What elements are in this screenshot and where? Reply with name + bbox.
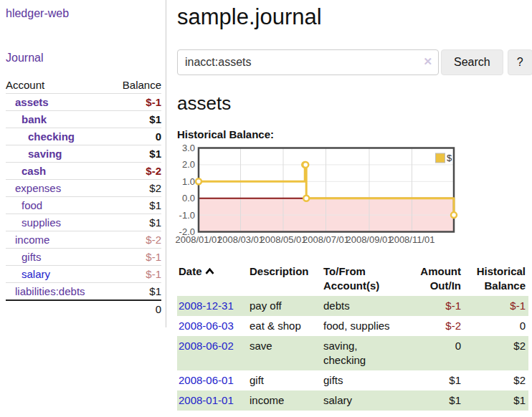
svg-text:2008/09/01: 2008/09/01 xyxy=(346,234,392,245)
register-balance: $1 xyxy=(464,390,528,411)
svg-text:2008/01/01: 2008/01/01 xyxy=(175,234,222,245)
account-link[interactable]: income xyxy=(6,234,49,246)
register-description: pay off xyxy=(248,296,322,316)
register-date: 2008-06-02 xyxy=(177,336,248,370)
register-date: 2008-01-01 xyxy=(177,390,248,411)
account-link[interactable]: assets xyxy=(6,96,49,108)
account-balance: $-1 xyxy=(110,266,161,283)
register-date: 2008-06-03 xyxy=(177,316,248,336)
account-link[interactable]: gifts xyxy=(6,251,42,263)
account-cell: assets xyxy=(6,94,110,111)
register-header-accounts: To/From Account(s) xyxy=(322,263,402,296)
help-button[interactable]: ? xyxy=(508,49,532,75)
account-link[interactable]: cash xyxy=(6,165,46,177)
register-description: gift xyxy=(248,370,322,390)
accounts-total-row: 0 xyxy=(6,300,161,317)
account-row: gifts$-1 xyxy=(6,249,161,266)
account-cell: checking xyxy=(6,128,110,145)
account-link[interactable]: liabilities:debts xyxy=(6,285,85,297)
search-bar: ✕ Search ? xyxy=(177,49,532,75)
account-balance: $-2 xyxy=(110,163,161,180)
register-accounts: gifts xyxy=(322,370,402,390)
account-row: food$1 xyxy=(6,197,161,214)
register-header-date[interactable]: Date xyxy=(177,263,248,296)
accounts-table: Account Balance assets$-1bank$1checking0… xyxy=(6,77,161,317)
account-row: supplies$1 xyxy=(6,214,161,231)
register-accounts: food, supplies xyxy=(322,316,402,336)
search-box: ✕ xyxy=(177,49,439,75)
account-row: assets$-1 xyxy=(6,94,161,111)
register-row: 2008-06-03eat & shopfood, supplies$-20 xyxy=(177,316,528,336)
sort-ascending-icon xyxy=(205,268,214,274)
accounts-total-value: 0 xyxy=(110,300,161,317)
account-row: checking0 xyxy=(6,128,161,145)
account-row: liabilities:debts$1 xyxy=(6,283,161,301)
register-description: income xyxy=(248,390,322,411)
register-accounts: debts xyxy=(322,296,402,316)
register-header-date-label: Date xyxy=(179,265,202,277)
search-input[interactable] xyxy=(177,49,439,75)
svg-text:0.0: 0.0 xyxy=(182,193,195,203)
register-row: 2008-06-01giftgifts$1$2 xyxy=(177,370,528,390)
account-link[interactable]: checking xyxy=(6,130,75,143)
search-button[interactable]: Search xyxy=(441,49,503,75)
register-header-description: Description xyxy=(248,263,322,296)
register-header-row: Date Description To/From Account(s) Amou… xyxy=(177,263,528,296)
historical-balance-chart: $3.02.01.00.0-1.0-2.02008/01/012008/03/0… xyxy=(177,147,532,249)
account-balance: $1 xyxy=(110,197,161,214)
account-cell: gifts xyxy=(6,249,110,266)
register-date-link[interactable]: 2008-06-01 xyxy=(179,374,234,386)
register-amount: $-2 xyxy=(402,316,464,336)
register-date: 2008-12-31 xyxy=(177,296,248,316)
account-cell: bank xyxy=(6,111,110,128)
sidebar: hledger-web Journal Account Balance asse… xyxy=(0,0,166,327)
account-cell: liabilities:debts xyxy=(6,283,110,301)
account-link[interactable]: saving xyxy=(6,148,62,160)
register-date-link[interactable]: 2008-12-31 xyxy=(179,299,234,312)
register-balance: 0 xyxy=(464,316,528,336)
accounts-header-row: Account Balance xyxy=(6,77,161,94)
account-cell: food xyxy=(6,197,110,214)
register-accounts: salary xyxy=(322,390,402,411)
account-balance: 0 xyxy=(110,128,161,145)
register-balance: $2 xyxy=(464,370,528,390)
svg-text:2008/05/01: 2008/05/01 xyxy=(260,234,306,245)
register-amount: $1 xyxy=(402,390,464,411)
register-date-link[interactable]: 2008-06-02 xyxy=(179,340,234,352)
register-description: eat & shop xyxy=(248,316,322,336)
app-title-link[interactable]: hledger-web xyxy=(6,7,69,19)
register-row: 2008-06-02savesaving, checking0$2 xyxy=(177,336,528,370)
register-balance: $2 xyxy=(464,336,528,370)
journal-link[interactable]: Journal xyxy=(6,52,43,64)
accounts-total-spacer xyxy=(6,300,110,317)
clear-search-icon[interactable]: ✕ xyxy=(423,55,432,68)
register-amount: $-1 xyxy=(402,296,464,316)
account-balance: $-1 xyxy=(110,249,161,266)
account-link[interactable]: bank xyxy=(6,113,47,125)
register-balance: $-1 xyxy=(464,296,528,316)
register-header-balance: Historical Balance xyxy=(464,263,528,296)
account-link[interactable]: salary xyxy=(6,268,50,280)
account-row: bank$1 xyxy=(6,111,161,128)
account-balance: $1 xyxy=(110,283,161,301)
register-amount: $1 xyxy=(402,370,464,390)
account-link[interactable]: expenses xyxy=(6,182,61,194)
accounts-header-account: Account xyxy=(6,77,110,94)
register-date-link[interactable]: 2008-01-01 xyxy=(179,394,234,406)
svg-text:2008/07/01: 2008/07/01 xyxy=(303,234,349,245)
account-balance: $-1 xyxy=(110,94,161,111)
register-amount: 0 xyxy=(402,336,464,370)
svg-text:2008/11/01: 2008/11/01 xyxy=(389,234,434,245)
account-row: saving$1 xyxy=(6,145,161,163)
account-link[interactable]: supplies xyxy=(6,216,61,229)
chart-title: Historical Balance: xyxy=(177,128,532,140)
register-row: 2008-12-31pay offdebts$-1$-1 xyxy=(177,296,528,316)
account-balance: $1 xyxy=(110,145,161,163)
svg-text:2.0: 2.0 xyxy=(182,159,195,170)
account-balance: $-2 xyxy=(110,231,161,249)
svg-text:1.0: 1.0 xyxy=(182,176,195,187)
account-link[interactable]: food xyxy=(6,199,42,211)
app-title: hledger-web xyxy=(6,7,161,20)
register-header-amount: Amount Out/In xyxy=(402,263,464,296)
register-date-link[interactable]: 2008-06-03 xyxy=(179,320,234,332)
